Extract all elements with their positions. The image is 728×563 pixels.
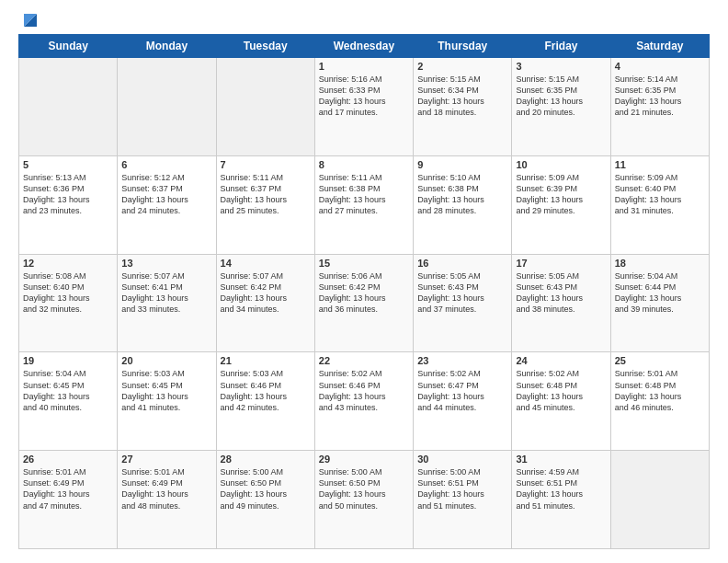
calendar-cell: 26Sunrise: 5:01 AMSunset: 6:49 PMDayligh…	[19, 451, 118, 549]
cell-info: Sunrise: 5:09 AMSunset: 6:40 PMDaylight:…	[615, 172, 705, 217]
day-header-friday: Friday	[512, 35, 610, 58]
cell-info: Sunrise: 5:15 AMSunset: 6:35 PMDaylight:…	[516, 74, 606, 119]
calendar-cell: 24Sunrise: 5:02 AMSunset: 6:48 PMDayligh…	[512, 352, 610, 451]
cell-info: Sunrise: 5:14 AMSunset: 6:35 PMDaylight:…	[615, 74, 705, 119]
day-number: 5	[23, 159, 113, 170]
days-header-row: SundayMondayTuesdayWednesdayThursdayFrid…	[19, 35, 710, 58]
cell-info: Sunrise: 5:11 AMSunset: 6:38 PMDaylight:…	[319, 172, 409, 217]
day-number: 10	[516, 159, 606, 170]
cell-info: Sunrise: 5:13 AMSunset: 6:36 PMDaylight:…	[23, 172, 113, 217]
calendar-cell: 29Sunrise: 5:00 AMSunset: 6:50 PMDayligh…	[314, 451, 413, 549]
cell-info: Sunrise: 5:02 AMSunset: 6:48 PMDaylight:…	[516, 368, 606, 413]
calendar-week-2: 5Sunrise: 5:13 AMSunset: 6:36 PMDaylight…	[19, 155, 710, 254]
cell-info: Sunrise: 5:08 AMSunset: 6:40 PMDaylight:…	[23, 270, 113, 316]
day-header-monday: Monday	[118, 35, 216, 58]
calendar-week-3: 12Sunrise: 5:08 AMSunset: 6:40 PMDayligh…	[19, 254, 710, 352]
day-header-saturday: Saturday	[610, 35, 709, 58]
day-number: 23	[417, 355, 507, 366]
cell-info: Sunrise: 5:04 AMSunset: 6:45 PMDaylight:…	[23, 368, 113, 413]
calendar-cell: 6Sunrise: 5:12 AMSunset: 6:37 PMDaylight…	[118, 155, 216, 254]
day-number: 12	[23, 258, 113, 269]
cell-info: Sunrise: 4:59 AMSunset: 6:51 PMDaylight:…	[516, 466, 606, 511]
cell-info: Sunrise: 5:01 AMSunset: 6:49 PMDaylight:…	[23, 466, 113, 511]
calendar-cell: 17Sunrise: 5:05 AMSunset: 6:43 PMDayligh…	[512, 254, 610, 352]
calendar-cell: 4Sunrise: 5:14 AMSunset: 6:35 PMDaylight…	[610, 58, 709, 156]
day-number: 6	[121, 159, 211, 170]
day-number: 29	[319, 454, 409, 465]
calendar-cell	[216, 58, 314, 156]
calendar-cell	[19, 58, 118, 156]
header	[18, 14, 710, 25]
cell-info: Sunrise: 5:10 AMSunset: 6:38 PMDaylight:…	[417, 172, 507, 217]
cell-info: Sunrise: 5:11 AMSunset: 6:37 PMDaylight:…	[221, 172, 311, 217]
cell-info: Sunrise: 5:03 AMSunset: 6:46 PMDaylight:…	[221, 368, 311, 413]
day-number: 31	[516, 454, 606, 465]
calendar-cell: 8Sunrise: 5:11 AMSunset: 6:38 PMDaylight…	[314, 155, 413, 254]
day-number: 16	[417, 258, 507, 269]
day-header-tuesday: Tuesday	[216, 35, 314, 58]
calendar-cell: 23Sunrise: 5:02 AMSunset: 6:47 PMDayligh…	[414, 352, 512, 451]
cell-info: Sunrise: 5:05 AMSunset: 6:43 PMDaylight:…	[516, 270, 606, 316]
calendar-week-5: 26Sunrise: 5:01 AMSunset: 6:49 PMDayligh…	[19, 451, 710, 549]
cell-info: Sunrise: 5:00 AMSunset: 6:50 PMDaylight:…	[221, 466, 311, 511]
calendar-cell: 9Sunrise: 5:10 AMSunset: 6:38 PMDaylight…	[414, 155, 512, 254]
day-header-wednesday: Wednesday	[314, 35, 413, 58]
page: SundayMondayTuesdayWednesdayThursdayFrid…	[0, 0, 728, 563]
cell-info: Sunrise: 5:16 AMSunset: 6:33 PMDaylight:…	[319, 74, 409, 119]
day-number: 26	[23, 454, 113, 465]
day-number: 27	[121, 454, 211, 465]
calendar-cell: 7Sunrise: 5:11 AMSunset: 6:37 PMDaylight…	[216, 155, 314, 254]
day-number: 15	[319, 258, 409, 269]
cell-info: Sunrise: 5:09 AMSunset: 6:39 PMDaylight:…	[516, 172, 606, 217]
cell-info: Sunrise: 5:07 AMSunset: 6:42 PMDaylight:…	[221, 270, 311, 316]
calendar-body: 1Sunrise: 5:16 AMSunset: 6:33 PMDaylight…	[19, 58, 710, 549]
day-number: 20	[121, 355, 211, 366]
calendar-cell: 19Sunrise: 5:04 AMSunset: 6:45 PMDayligh…	[19, 352, 118, 451]
calendar-cell: 13Sunrise: 5:07 AMSunset: 6:41 PMDayligh…	[118, 254, 216, 352]
day-number: 13	[121, 258, 211, 269]
cell-info: Sunrise: 5:02 AMSunset: 6:46 PMDaylight:…	[319, 368, 409, 413]
calendar-cell: 15Sunrise: 5:06 AMSunset: 6:42 PMDayligh…	[314, 254, 413, 352]
day-number: 28	[221, 454, 311, 465]
calendar-cell: 2Sunrise: 5:15 AMSunset: 6:34 PMDaylight…	[414, 58, 512, 156]
calendar-cell: 12Sunrise: 5:08 AMSunset: 6:40 PMDayligh…	[19, 254, 118, 352]
cell-info: Sunrise: 5:04 AMSunset: 6:44 PMDaylight:…	[615, 270, 705, 316]
day-number: 8	[319, 159, 409, 170]
calendar-cell: 25Sunrise: 5:01 AMSunset: 6:48 PMDayligh…	[610, 352, 709, 451]
day-number: 9	[417, 159, 507, 170]
calendar-cell: 5Sunrise: 5:13 AMSunset: 6:36 PMDaylight…	[19, 155, 118, 254]
calendar-cell: 30Sunrise: 5:00 AMSunset: 6:51 PMDayligh…	[414, 451, 512, 549]
calendar-cell	[610, 451, 709, 549]
calendar-cell: 11Sunrise: 5:09 AMSunset: 6:40 PMDayligh…	[610, 155, 709, 254]
calendar-cell: 10Sunrise: 5:09 AMSunset: 6:39 PMDayligh…	[512, 155, 610, 254]
cell-info: Sunrise: 5:12 AMSunset: 6:37 PMDaylight:…	[121, 172, 211, 217]
logo-icon	[20, 10, 40, 30]
day-number: 24	[516, 355, 606, 366]
day-number: 30	[417, 454, 507, 465]
calendar-week-4: 19Sunrise: 5:04 AMSunset: 6:45 PMDayligh…	[19, 352, 710, 451]
cell-info: Sunrise: 5:00 AMSunset: 6:50 PMDaylight:…	[319, 466, 409, 511]
calendar-cell: 28Sunrise: 5:00 AMSunset: 6:50 PMDayligh…	[216, 451, 314, 549]
day-number: 7	[221, 159, 311, 170]
day-number: 3	[516, 61, 606, 72]
day-number: 17	[516, 258, 606, 269]
cell-info: Sunrise: 5:15 AMSunset: 6:34 PMDaylight:…	[417, 74, 507, 119]
calendar-cell: 27Sunrise: 5:01 AMSunset: 6:49 PMDayligh…	[118, 451, 216, 549]
calendar-cell: 31Sunrise: 4:59 AMSunset: 6:51 PMDayligh…	[512, 451, 610, 549]
cell-info: Sunrise: 5:05 AMSunset: 6:43 PMDaylight:…	[417, 270, 507, 316]
day-number: 14	[221, 258, 311, 269]
cell-info: Sunrise: 5:01 AMSunset: 6:49 PMDaylight:…	[121, 466, 211, 511]
day-number: 11	[615, 159, 705, 170]
day-number: 2	[417, 61, 507, 72]
calendar-cell: 22Sunrise: 5:02 AMSunset: 6:46 PMDayligh…	[314, 352, 413, 451]
calendar-cell: 18Sunrise: 5:04 AMSunset: 6:44 PMDayligh…	[610, 254, 709, 352]
calendar-cell: 3Sunrise: 5:15 AMSunset: 6:35 PMDaylight…	[512, 58, 610, 156]
calendar-cell: 20Sunrise: 5:03 AMSunset: 6:45 PMDayligh…	[118, 352, 216, 451]
day-header-thursday: Thursday	[414, 35, 512, 58]
day-number: 19	[23, 355, 113, 366]
calendar-week-1: 1Sunrise: 5:16 AMSunset: 6:33 PMDaylight…	[19, 58, 710, 156]
cell-info: Sunrise: 5:03 AMSunset: 6:45 PMDaylight:…	[121, 368, 211, 413]
calendar-cell: 1Sunrise: 5:16 AMSunset: 6:33 PMDaylight…	[314, 58, 413, 156]
cell-info: Sunrise: 5:07 AMSunset: 6:41 PMDaylight:…	[121, 270, 211, 316]
cell-info: Sunrise: 5:01 AMSunset: 6:48 PMDaylight:…	[615, 368, 705, 413]
